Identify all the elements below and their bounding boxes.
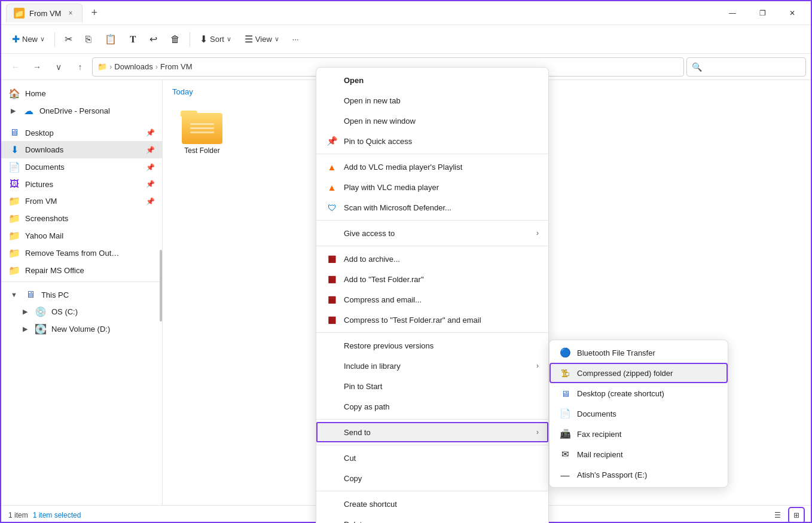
restore-button[interactable]: ❐	[749, 4, 776, 23]
ctx-vlc-playlist[interactable]: ▲ Add to VLC media player's Playlist	[316, 157, 548, 177]
ctx-copy[interactable]: Copy	[316, 468, 548, 488]
up-button[interactable]: ↑	[71, 57, 90, 77]
tab-folder-icon	[14, 8, 25, 19]
minimize-button[interactable]: —	[719, 4, 746, 23]
tab-close-button[interactable]: ×	[66, 8, 75, 19]
sidebar-item-osc[interactable]: ▶ 💿 OS (C:)	[1, 303, 162, 320]
cut-ctx-icon	[326, 452, 338, 464]
sidebar-item-pictures[interactable]: 🖼 Pictures 📌	[1, 176, 162, 192]
pictures-pin-icon: 📌	[146, 180, 155, 188]
sidebar-item-repairoffice[interactable]: 📁 Repair MS Office	[1, 262, 162, 279]
add-archive-icon: ▦	[326, 253, 338, 265]
sidebar-item-removeteams[interactable]: 📁 Remove Teams from Outlook	[1, 244, 162, 262]
onedrive-expand-icon[interactable]: ▶	[8, 106, 18, 116]
submenu-compressed[interactable]: 🗜 Compressed (zipped) folder	[550, 363, 728, 383]
ctx-delete[interactable]: Delete	[316, 514, 548, 523]
breadcrumb-fromvm[interactable]: From VM	[160, 62, 192, 71]
ctx-add-rar[interactable]: ▦ Add to "Test Folder.rar"	[316, 269, 548, 289]
ctx-pin-quick[interactable]: 📌 Pin to Quick access	[316, 131, 548, 151]
submenu-passport[interactable]: — Atish's Passport (E:)	[550, 464, 728, 485]
desktop-shortcut-icon: 🖥	[559, 387, 571, 399]
search-box[interactable]: 🔍	[686, 57, 806, 77]
expand-button[interactable]: ∨	[49, 57, 68, 77]
list-view-button[interactable]: ☰	[770, 508, 784, 522]
submenu-mail[interactable]: ✉ Mail recipient	[550, 444, 728, 464]
sidebar-item-documents[interactable]: 📄 Documents 📌	[1, 158, 162, 176]
paste-button[interactable]: 📋	[99, 30, 123, 48]
sidebar-item-onedrive[interactable]: ▶ ☁ OneDrive - Personal	[1, 102, 162, 120]
ctx-compress-email[interactable]: ▦ Compress and email...	[316, 289, 548, 310]
open-new-tab-icon	[326, 94, 338, 106]
sidebar-scrollbar[interactable]	[160, 250, 162, 322]
ctx-pin-start[interactable]: Pin to Start	[316, 376, 548, 396]
rename-button[interactable]: 𝐓	[124, 30, 142, 48]
sidebar-repairoffice-label: Repair MS Office	[25, 266, 84, 275]
ctx-copy-path[interactable]: Copy as path	[316, 396, 548, 417]
selected-count: 1 item selected	[33, 511, 81, 519]
view-button[interactable]: ☰ View ∨	[239, 30, 285, 48]
ctx-defender[interactable]: 🛡 Scan with Microsoft Defender...	[316, 197, 548, 218]
osc-expand-icon[interactable]: ▶	[20, 307, 30, 317]
sidebar-item-thispc[interactable]: ▼ 🖥 This PC	[1, 286, 162, 303]
ctx-sep-1	[316, 154, 548, 154]
sidebar-item-home[interactable]: 🏠 Home	[1, 85, 162, 102]
delete-button[interactable]: 🗑	[164, 30, 186, 48]
ctx-compress-rar-email[interactable]: ▦ Compress to "Test Folder.rar" and emai…	[316, 310, 548, 330]
ctx-create-shortcut[interactable]: Create shortcut	[316, 494, 548, 514]
submenu-bluetooth[interactable]: 🔵 Bluetooth File Transfer	[550, 342, 728, 363]
newvol-expand-icon[interactable]: ▶	[20, 324, 30, 334]
more-button[interactable]: ···	[286, 31, 305, 47]
ctx-open-new-tab[interactable]: Open in new tab	[316, 90, 548, 111]
ctx-open[interactable]: Open	[316, 70, 548, 90]
forward-button[interactable]: →	[28, 57, 47, 77]
ctx-give-access[interactable]: Give access to ›	[316, 223, 548, 243]
ctx-include-library[interactable]: Include in library ›	[316, 356, 548, 376]
sidebar-downloads-label: Downloads	[25, 145, 63, 154]
ctx-sep-5	[316, 419, 548, 420]
copy-button[interactable]: ⎘	[80, 30, 97, 48]
close-button[interactable]: ✕	[779, 4, 806, 23]
new-label: New	[22, 35, 38, 44]
ctx-send-to[interactable]: Send to ›	[316, 422, 548, 442]
paste-icon: 📋	[105, 33, 117, 45]
undo-button[interactable]: ↩	[144, 30, 163, 48]
view-buttons: ☰ ⊞	[770, 508, 804, 522]
sidebar-item-desktop[interactable]: 🖥 Desktop 📌	[1, 124, 162, 141]
submenu-documents[interactable]: 📄 Documents	[550, 403, 728, 424]
view-chevron-icon: ∨	[274, 35, 279, 43]
ctx-open-new-window[interactable]: Open in new window	[316, 111, 548, 131]
submenu-fax[interactable]: 📠 Fax recipient	[550, 424, 728, 444]
new-button[interactable]: ✚ New ∨	[6, 30, 51, 48]
defender-icon: 🛡	[326, 201, 338, 213]
sidebar-item-yahoomail[interactable]: 📁 Yahoo Mail	[1, 227, 162, 244]
ctx-restore-versions[interactable]: Restore previous versions	[316, 335, 548, 356]
ctx-sep-4	[316, 332, 548, 333]
sidebar-item-newvol[interactable]: ▶ 💽 New Volume (D:)	[1, 320, 162, 338]
titlebar-tab[interactable]: From VM ×	[6, 4, 83, 22]
thispc-expand-icon[interactable]: ▼	[8, 290, 20, 299]
ctx-sep-3	[316, 246, 548, 246]
sidebar-item-fromvm[interactable]: 📁 From VM 📌	[1, 192, 162, 210]
documents-icon: 📄	[8, 161, 20, 173]
folder-item-testfolder[interactable]: Test Folder	[172, 103, 232, 160]
give-access-arrow-icon: ›	[536, 229, 539, 237]
grid-view-button[interactable]: ⊞	[789, 508, 804, 522]
onedrive-icon: ☁	[23, 105, 35, 117]
back-button[interactable]: ←	[6, 57, 25, 77]
submenu-desktop-shortcut[interactable]: 🖥 Desktop (create shortcut)	[550, 383, 728, 403]
cut-button[interactable]: ✂	[59, 30, 78, 48]
ctx-add-archive[interactable]: ▦ Add to archive...	[316, 249, 548, 269]
passport-icon: —	[559, 469, 571, 481]
sidebar: 🏠 Home ▶ ☁ OneDrive - Personal 🖥 Desktop…	[1, 80, 163, 505]
ctx-cut[interactable]: Cut	[316, 448, 548, 468]
sidebar-item-screenshots[interactable]: 📁 Screenshots	[1, 210, 162, 227]
sidebar-item-downloads[interactable]: ⬇ Downloads 📌	[1, 141, 162, 158]
add-tab-button[interactable]: +	[85, 4, 103, 22]
breadcrumb-downloads[interactable]: Downloads	[114, 62, 152, 71]
thispc-icon: 🖥	[25, 289, 36, 300]
downloads-pin-icon: 📌	[146, 146, 155, 154]
rename-icon: 𝐓	[130, 34, 136, 45]
sidebar-fromvm-label: From VM	[25, 197, 57, 206]
sort-button[interactable]: ⬇ Sort ∨	[194, 30, 237, 48]
ctx-vlc-play[interactable]: ▲ Play with VLC media player	[316, 177, 548, 197]
